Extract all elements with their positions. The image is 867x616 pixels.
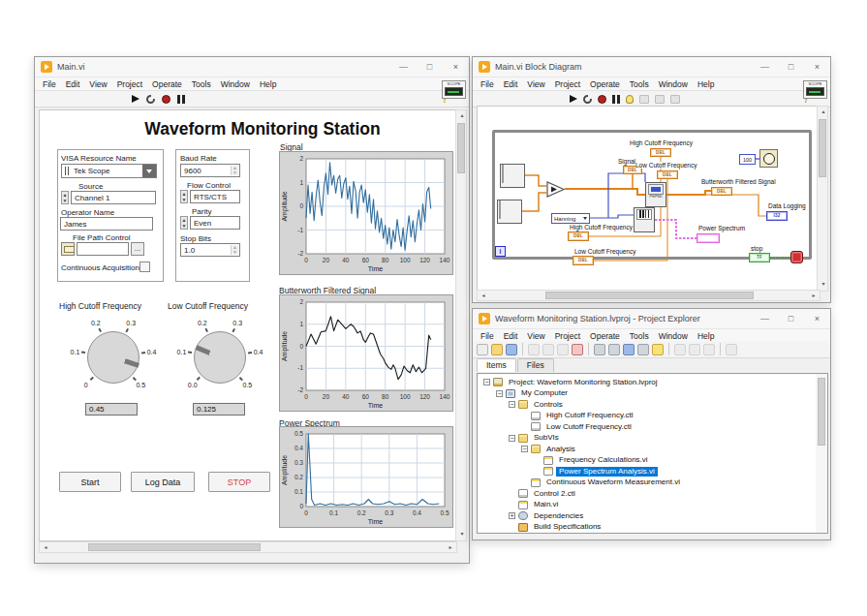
stop-bits-field[interactable]: 1.0 ▲▼	[180, 243, 240, 257]
power-spectrum-terminal[interactable]	[697, 233, 720, 243]
file-path-field[interactable]	[77, 242, 129, 256]
properties-icon[interactable]	[637, 344, 649, 355]
retain-wire-values-icon[interactable]	[639, 95, 649, 104]
low-cutoff-ctl-terminal[interactable]: DBL	[573, 256, 594, 265]
cut-icon[interactable]	[528, 344, 540, 355]
close-button[interactable]: ×	[804, 57, 830, 77]
vscroll-thumb[interactable]	[457, 123, 465, 173]
menu-item[interactable]: Window	[216, 79, 255, 89]
menu-item[interactable]: File	[476, 79, 499, 89]
front-panel-titlebar[interactable]: Main.vi — □ ×	[35, 57, 469, 77]
tree-row[interactable]: Build Specifications	[478, 522, 827, 534]
expand-toggle-icon[interactable]: −	[509, 435, 515, 442]
menu-item[interactable]: View	[84, 79, 111, 89]
tree-row[interactable]: − My Computer	[478, 388, 827, 400]
visa-resource-combo[interactable]: Tek Scope	[61, 164, 157, 178]
simulate-signal-vi-icon[interactable]	[497, 200, 522, 224]
butterworth-ind-terminal[interactable]: DBL	[711, 187, 732, 196]
menu-item[interactable]: File	[38, 79, 61, 89]
expand-toggle-icon[interactable]: −	[496, 390, 503, 397]
commit-icon[interactable]	[703, 344, 715, 355]
operator-field[interactable]: James	[60, 217, 153, 231]
step-over-icon[interactable]	[670, 95, 680, 104]
tree-row[interactable]: High Cutoff Frequency.ctl	[478, 411, 827, 422]
scroll-right-arrow[interactable]: ▸	[808, 291, 820, 302]
scroll-left-arrow[interactable]: ◂	[40, 542, 51, 554]
close-button[interactable]: ×	[804, 309, 830, 328]
bd-hscroll[interactable]: ◂ ▸	[477, 290, 821, 301]
tree-vscroll[interactable]	[816, 374, 827, 533]
maximize-button[interactable]: □	[778, 57, 804, 77]
minimize-button[interactable]: —	[752, 57, 778, 77]
scroll-right-arrow[interactable]: ▸	[445, 542, 456, 554]
scroll-up-arrow[interactable]: ▴	[818, 107, 829, 118]
tree-item-label[interactable]: Continuous Waveform Measurement.vi	[543, 477, 683, 487]
front-panel-hscroll[interactable]: ◂ ▸	[39, 541, 457, 553]
menu-item[interactable]: Tools	[187, 79, 216, 89]
tree-row[interactable]: Control 2.ctl	[478, 488, 827, 500]
deploy-icon[interactable]	[674, 344, 686, 355]
iteration-terminal[interactable]: i	[495, 246, 506, 257]
view-files-icon[interactable]	[623, 344, 635, 355]
abort-icon[interactable]	[162, 95, 170, 104]
wait-ms-constant[interactable]: 100	[739, 154, 756, 165]
tree-item-label[interactable]: Project: Waveform Monitoring Station.lvp…	[506, 378, 661, 387]
minimize-button[interactable]: —	[752, 309, 778, 328]
scroll-up-arrow[interactable]: ▴	[456, 110, 468, 122]
minimize-button[interactable]: —	[390, 57, 417, 77]
tree-item-label[interactable]: Control 2.ctl	[531, 489, 578, 499]
menu-item[interactable]: Project	[550, 331, 585, 341]
menu-item[interactable]: File	[476, 331, 499, 341]
stop-bits-spinner[interactable]: ▲▼	[231, 245, 238, 255]
daq-express-vi-icon[interactable]	[500, 164, 525, 188]
low-cutoff-ind-terminal[interactable]: DBL	[657, 170, 678, 179]
parity-field[interactable]: Even	[190, 216, 240, 230]
tree-item-label[interactable]: Build Specifications	[531, 522, 604, 532]
source-spinner[interactable]: ▲▼	[61, 191, 69, 204]
project-explorer-titlebar[interactable]: Waveform Monitoring Station.lvproj - Pro…	[473, 309, 830, 329]
tree-item-label[interactable]: Power Spectrum Analysis.vi	[556, 467, 658, 477]
tree-row[interactable]: − Analysis	[478, 444, 827, 455]
stop-terminal[interactable]: TF	[749, 253, 770, 262]
flow-field[interactable]: RTS/CTS	[190, 190, 240, 203]
baud-spinner[interactable]: ▲▼	[231, 166, 238, 175]
menu-item[interactable]: Project	[112, 79, 147, 89]
tree-row[interactable]: Frequency Calculations.vi	[478, 455, 827, 467]
expand-toggle-icon[interactable]: +	[509, 512, 515, 519]
front-panel-vscroll[interactable]: ▴ ▾	[455, 109, 467, 541]
tree-row[interactable]: Low Cutoff Frequency.ctl	[478, 421, 827, 433]
tree-item-label[interactable]: Controls	[531, 400, 566, 410]
tree-item-label[interactable]: Frequency Calculations.vi	[556, 455, 651, 465]
low-cutoff-knob[interactable]: 0.00.10.20.30.40.5	[164, 311, 276, 404]
tree-item-label[interactable]: Main.vi	[531, 500, 561, 509]
maximize-button[interactable]: □	[417, 57, 443, 77]
high-cutoff-ind-terminal[interactable]: DBL	[650, 148, 671, 157]
data-logging-terminal[interactable]: I32	[766, 211, 788, 221]
continuous-acq-checkbox[interactable]	[139, 262, 150, 272]
power-spectrum-vi-icon[interactable]	[634, 207, 655, 232]
menu-item[interactable]: Edit	[61, 79, 85, 89]
loop-condition-stop-icon[interactable]	[790, 251, 803, 263]
menu-item[interactable]: Operate	[147, 79, 187, 89]
tree-row[interactable]: − Project: Waveform Monitoring Station.l…	[478, 377, 827, 388]
menu-item[interactable]: Help	[693, 331, 719, 341]
tree-row[interactable]: Continuous Waveform Measurement.vi	[478, 477, 827, 489]
low-cutoff-value[interactable]: 0.125	[193, 403, 245, 416]
save-icon[interactable]	[506, 344, 517, 355]
pause-icon[interactable]	[177, 95, 185, 104]
combo-dropdown-button[interactable]	[142, 165, 156, 177]
explorer-tab[interactable]: Files	[517, 358, 554, 372]
run-icon[interactable]	[132, 95, 139, 103]
new-file-icon[interactable]	[477, 344, 488, 355]
run-icon[interactable]	[570, 95, 577, 103]
wait-until-next-ms-icon[interactable]	[759, 149, 778, 168]
block-diagram-titlebar[interactable]: Main.vi Block Diagram — □ ×	[473, 57, 830, 77]
tree-row[interactable]: + Dependencies	[478, 510, 827, 522]
hierarchy-icon[interactable]	[608, 344, 620, 355]
menu-item[interactable]: Help	[255, 79, 281, 89]
tree-row[interactable]: − Controls	[478, 399, 827, 411]
high-cutoff-value[interactable]: 0.45	[85, 403, 138, 416]
menu-item[interactable]: Operate	[585, 79, 625, 89]
parity-spinner[interactable]: ▲▼	[180, 216, 188, 230]
menu-item[interactable]: Window	[654, 79, 693, 89]
